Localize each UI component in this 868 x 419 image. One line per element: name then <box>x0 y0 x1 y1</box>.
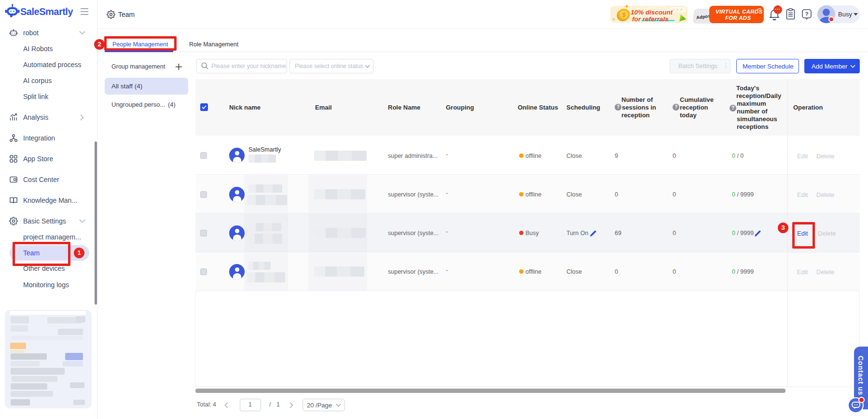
svg-text:$: $ <box>621 11 626 18</box>
svg-text:?: ? <box>805 11 809 17</box>
